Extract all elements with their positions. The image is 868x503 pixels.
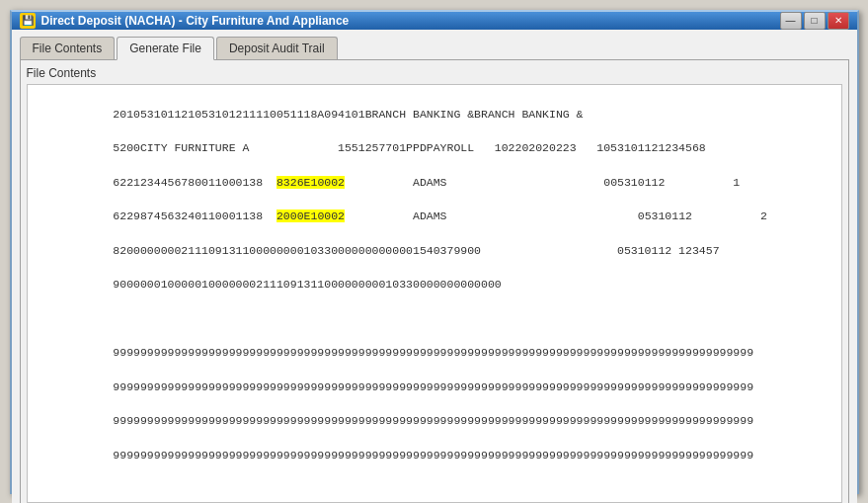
file-content-text: 201053101121053101211110051118A094101BRA… xyxy=(32,89,837,498)
tab-deposit-audit-trail[interactable]: Deposit Audit Trail xyxy=(216,37,338,60)
line-3-prefix: 6221234456780011000138 xyxy=(113,176,276,189)
tab-content: File Contents 20105310112105310121111005… xyxy=(20,59,849,504)
line-5: 8200000000211109131100000000103300000000… xyxy=(113,244,719,257)
maximize-button[interactable]: □ xyxy=(804,12,826,30)
nines-line-1: 9999999999999999999999999999999999999999… xyxy=(113,346,753,359)
title-bar: 💾 Direct Deposit (NACHA) - City Furnitur… xyxy=(12,12,857,30)
title-bar-left: 💾 Direct Deposit (NACHA) - City Furnitur… xyxy=(20,13,350,29)
line-1: 201053101121053101211110051118A094101BRA… xyxy=(113,108,583,121)
line-3-suffix: ADAMS 005310112 1 xyxy=(345,176,740,189)
line-3-highlight: 8326E10002 xyxy=(276,176,345,189)
main-window: 💾 Direct Deposit (NACHA) - City Furnitur… xyxy=(10,10,859,494)
line-4-highlight: 2000E10002 xyxy=(276,210,345,222)
title-bar-controls: — □ ✕ xyxy=(780,12,849,30)
window-body: File Contents Generate File Deposit Audi… xyxy=(12,30,857,504)
close-button[interactable]: ✕ xyxy=(828,12,849,30)
tab-file-contents[interactable]: File Contents xyxy=(20,37,116,60)
line-2: 5200CITY FURNITURE A 1551257701PPDPAYROL… xyxy=(113,141,705,154)
line-6: 9000000100000100000002111091311000000000… xyxy=(113,278,501,291)
line-4-prefix: 6229874563240110001138 xyxy=(113,210,276,222)
line-4-suffix: ADAMS 05310112 2 xyxy=(345,210,767,222)
section-label: File Contents xyxy=(27,66,842,80)
app-icon: 💾 xyxy=(20,13,36,29)
window-title: Direct Deposit (NACHA) - City Furniture … xyxy=(41,14,350,28)
nines-line-4: 9999999999999999999999999999999999999999… xyxy=(113,449,753,461)
minimize-button[interactable]: — xyxy=(780,12,802,30)
nines-line-3: 9999999999999999999999999999999999999999… xyxy=(113,414,753,427)
file-content-scroll[interactable]: 201053101121053101211110051118A094101BRA… xyxy=(28,85,841,502)
tab-bar: File Contents Generate File Deposit Audi… xyxy=(20,36,849,59)
file-content-box: 201053101121053101211110051118A094101BRA… xyxy=(27,84,842,503)
nines-line-2: 9999999999999999999999999999999999999999… xyxy=(113,380,753,393)
tab-generate-file[interactable]: Generate File xyxy=(117,37,214,60)
